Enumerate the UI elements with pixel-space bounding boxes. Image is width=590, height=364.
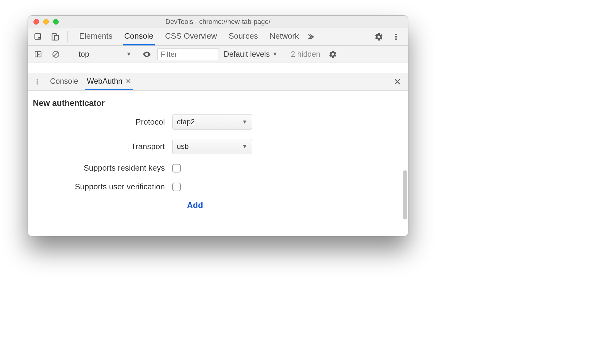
vertical-scrollbar[interactable] — [403, 170, 407, 219]
chevron-down-icon: ▼ — [272, 51, 278, 57]
console-output-area — [28, 63, 408, 73]
protocol-value: ctap2 — [177, 118, 195, 126]
minimize-window-button[interactable] — [43, 19, 49, 25]
close-drawer-icon[interactable]: ✕ — [390, 73, 405, 90]
svg-point-9 — [37, 81, 38, 82]
resident-keys-checkbox[interactable] — [172, 164, 181, 172]
tab-css-overview[interactable]: CSS Overview — [164, 28, 218, 45]
transport-select[interactable]: usb ▼ — [172, 139, 252, 154]
separator — [67, 31, 68, 42]
titlebar: DevTools - chrome://new-tab-page/ — [28, 16, 408, 28]
traffic-lights — [28, 19, 59, 25]
drawer-tab-webauthn-label: WebAuthn — [87, 77, 122, 86]
chevron-down-icon: ▼ — [126, 51, 132, 57]
console-toolbar: top ▼ Default levels ▼ 2 hidden — [28, 46, 408, 63]
more-options-icon[interactable] — [389, 33, 403, 41]
new-authenticator-form: Protocol ctap2 ▼ Transport usb ▼ Support… — [28, 111, 408, 216]
window-title: DevTools - chrome://new-tab-page/ — [28, 18, 408, 26]
svg-point-10 — [37, 83, 38, 84]
drawer-tabbar: Console WebAuthn ✕ ✕ — [28, 73, 408, 91]
devtools-window: DevTools - chrome://new-tab-page/ Elemen… — [28, 15, 408, 236]
log-levels-select[interactable]: Default levels ▼ — [223, 50, 278, 59]
clear-console-icon[interactable] — [49, 50, 63, 58]
add-authenticator-button[interactable]: Add — [187, 201, 203, 210]
user-verification-label: Supports user verification — [40, 182, 172, 192]
svg-point-3 — [395, 33, 397, 35]
context-value: top — [79, 50, 89, 59]
svg-rect-6 — [35, 52, 41, 57]
close-window-button[interactable] — [33, 19, 39, 25]
drawer-tab-webauthn[interactable]: WebAuthn ✕ — [85, 73, 133, 90]
chevron-down-icon: ▼ — [242, 119, 247, 125]
more-tabs-icon[interactable] — [303, 28, 317, 45]
svg-rect-2 — [55, 35, 59, 40]
zoom-window-button[interactable] — [53, 19, 59, 25]
main-toolbar: Elements Console CSS Overview Sources Ne… — [28, 28, 408, 46]
svg-point-4 — [395, 36, 397, 37]
protocol-label: Protocol — [40, 117, 172, 127]
user-verification-checkbox[interactable] — [172, 183, 181, 191]
device-toolbar-icon[interactable] — [48, 28, 62, 45]
execution-context-select[interactable]: top ▼ — [74, 50, 136, 59]
svg-point-8 — [37, 79, 38, 80]
svg-rect-0 — [35, 33, 41, 39]
filter-input[interactable] — [157, 48, 219, 60]
transport-label: Transport — [40, 142, 172, 151]
section-title: New authenticator — [28, 91, 408, 111]
chevron-down-icon: ▼ — [242, 143, 247, 150]
resident-keys-label: Supports resident keys — [40, 163, 172, 173]
tab-console[interactable]: Console — [123, 28, 154, 45]
live-expression-eye-icon[interactable] — [140, 50, 154, 59]
settings-gear-icon[interactable] — [372, 32, 386, 41]
inspect-element-icon[interactable] — [31, 28, 45, 45]
protocol-select[interactable]: ctap2 ▼ — [172, 114, 252, 130]
console-settings-gear-icon[interactable] — [326, 50, 340, 59]
console-sidebar-toggle-icon[interactable] — [31, 50, 45, 58]
drawer-menu-icon[interactable] — [31, 73, 43, 90]
tab-elements[interactable]: Elements — [78, 28, 114, 45]
tab-sources[interactable]: Sources — [227, 28, 259, 45]
levels-label: Default levels — [224, 50, 270, 59]
drawer-tab-console[interactable]: Console — [48, 73, 80, 90]
hidden-messages-count[interactable]: 2 hidden — [289, 50, 322, 59]
svg-point-5 — [395, 38, 397, 40]
main-tabs: Elements Console CSS Overview Sources Ne… — [72, 28, 300, 45]
webauthn-panel: New authenticator Protocol ctap2 ▼ Trans… — [28, 91, 408, 236]
tab-network[interactable]: Network — [268, 28, 300, 45]
transport-value: usb — [177, 142, 189, 151]
close-tab-icon[interactable]: ✕ — [126, 77, 131, 85]
